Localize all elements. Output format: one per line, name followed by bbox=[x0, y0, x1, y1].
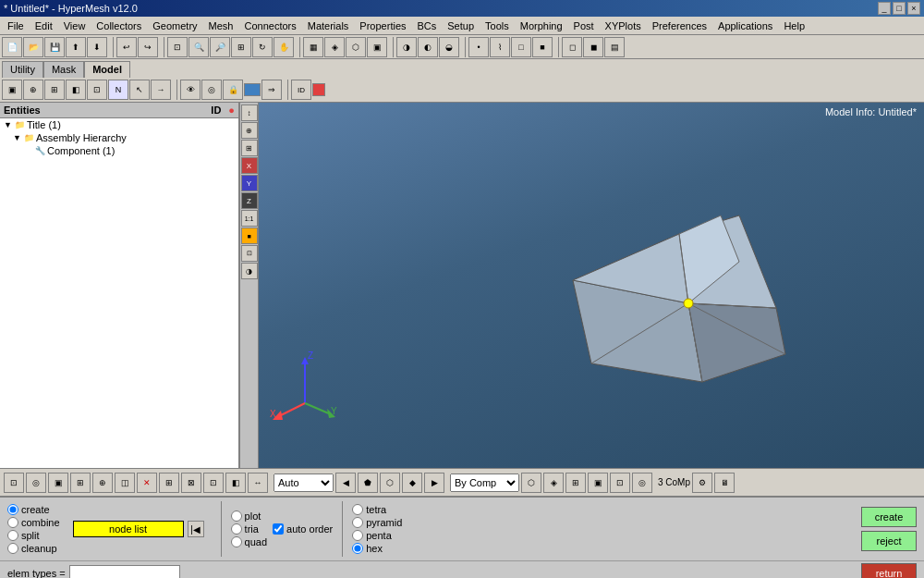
tb-new[interactable]: 📄 bbox=[2, 37, 22, 57]
auto-order-input[interactable] bbox=[273, 523, 284, 535]
tb-display2[interactable]: ◐ bbox=[418, 37, 438, 57]
radio-hex[interactable]: hex bbox=[352, 543, 402, 554]
bt-select1[interactable]: ⊡ bbox=[4, 473, 24, 493]
menu-morphing[interactable]: Morphing bbox=[515, 18, 568, 33]
radio-tetra-input[interactable] bbox=[352, 504, 363, 515]
auto-order-check[interactable]: auto order bbox=[273, 523, 333, 535]
vp-btn-obj[interactable]: ■ bbox=[241, 228, 258, 244]
tree-item-assembly[interactable]: ▼ 📁 Assembly Hierarchy bbox=[0, 131, 238, 144]
radio-combine-input[interactable] bbox=[7, 517, 18, 528]
vp-btn-grid[interactable]: ⊡ bbox=[241, 245, 258, 262]
tb-zoom-in[interactable]: 🔍 bbox=[188, 37, 209, 57]
tb2-arrow2[interactable]: ⇒ bbox=[261, 80, 282, 100]
menu-view[interactable]: View bbox=[58, 18, 91, 33]
viewport[interactable]: ↕ ⊕ ⊞ X Y Z 1:1 ■ ⊡ ◑ Model Info: Untitl… bbox=[240, 103, 924, 468]
tb-redo[interactable]: ↪ bbox=[138, 37, 158, 57]
bt-mesh2[interactable]: ⊞ bbox=[70, 473, 91, 493]
bt-mesh1[interactable]: ▣ bbox=[48, 473, 68, 493]
tb2-3[interactable]: ⊞ bbox=[44, 80, 65, 100]
bt-3d1[interactable]: ⬡ bbox=[521, 473, 541, 493]
bycomp-dropdown[interactable]: By Comp bbox=[450, 473, 519, 492]
tb-edge[interactable]: ⌇ bbox=[490, 37, 510, 57]
bt-mesh8[interactable]: ◧ bbox=[225, 473, 246, 493]
tb-render2[interactable]: ◼ bbox=[583, 37, 603, 57]
tb-display3[interactable]: ◒ bbox=[439, 37, 459, 57]
tb-import[interactable]: ⬆ bbox=[66, 37, 86, 57]
radio-tria-input[interactable] bbox=[231, 523, 242, 535]
menu-edit[interactable]: Edit bbox=[30, 18, 58, 33]
bt-settings[interactable]: ⚙ bbox=[692, 473, 712, 493]
auto-dropdown[interactable]: Auto bbox=[274, 473, 334, 492]
bt-shape2[interactable]: ⬡ bbox=[380, 473, 400, 493]
radio-create-input[interactable] bbox=[7, 504, 18, 515]
radio-penta[interactable]: penta bbox=[352, 530, 402, 541]
tb2-4[interactable]: ◧ bbox=[66, 80, 86, 100]
tb-mesh3[interactable]: ⬡ bbox=[346, 37, 366, 57]
create-button[interactable]: create bbox=[861, 507, 917, 527]
bt-mesh6[interactable]: ⊠ bbox=[181, 473, 201, 493]
radio-cleanup[interactable]: cleanup bbox=[7, 543, 60, 554]
tb-mesh4[interactable]: ▣ bbox=[367, 37, 387, 57]
bt-arrow1[interactable]: ◀ bbox=[335, 473, 356, 493]
menu-applications[interactable]: Applications bbox=[712, 18, 778, 33]
node-list-box[interactable]: node list bbox=[73, 521, 184, 537]
vp-btn-1[interactable]: ↕ bbox=[241, 105, 258, 121]
radio-tria[interactable]: tria bbox=[231, 523, 267, 535]
tb2-arrow[interactable]: → bbox=[151, 80, 171, 100]
vp-btn-6[interactable]: Z bbox=[241, 192, 258, 209]
tb-mesh1[interactable]: ▦ bbox=[303, 37, 323, 57]
menu-xyplots[interactable]: XYPlots bbox=[600, 18, 647, 33]
bt-delete[interactable]: ✕ bbox=[137, 473, 157, 493]
radio-plot[interactable]: plot bbox=[231, 510, 267, 522]
menu-tools[interactable]: Tools bbox=[480, 18, 515, 33]
radio-cleanup-input[interactable] bbox=[7, 543, 18, 554]
bt-mesh4[interactable]: ◫ bbox=[115, 473, 135, 493]
menu-geometry[interactable]: Geometry bbox=[147, 18, 202, 33]
bt-3d6[interactable]: ◎ bbox=[632, 473, 652, 493]
radio-combine[interactable]: combine bbox=[7, 517, 60, 528]
tb-export[interactable]: ⬇ bbox=[87, 37, 107, 57]
return-button[interactable]: return bbox=[861, 563, 917, 578]
vp-btn-3[interactable]: ⊞ bbox=[241, 140, 258, 156]
tb2-5[interactable]: ⊡ bbox=[87, 80, 107, 100]
tb-display1[interactable]: ◑ bbox=[396, 37, 417, 57]
tb-render1[interactable]: ◻ bbox=[562, 37, 582, 57]
menu-preferences[interactable]: Preferences bbox=[647, 18, 712, 33]
bt-mesh3[interactable]: ⊕ bbox=[92, 473, 113, 493]
tb-undo[interactable]: ↩ bbox=[116, 37, 137, 57]
radio-pyramid[interactable]: pyramid bbox=[352, 517, 402, 528]
vp-btn-num1[interactable]: 1:1 bbox=[241, 210, 258, 227]
tb-save[interactable]: 💾 bbox=[44, 37, 65, 57]
tb-render3[interactable]: ▤ bbox=[604, 37, 625, 57]
vp-btn-2[interactable]: ⊕ bbox=[241, 122, 258, 139]
bt-3d3[interactable]: ⊞ bbox=[565, 473, 586, 493]
bt-3d2[interactable]: ◈ bbox=[543, 473, 564, 493]
tab-utility[interactable]: Utility bbox=[2, 61, 43, 78]
menu-file[interactable]: File bbox=[2, 18, 30, 33]
tree-item-component[interactable]: 🔧 Component (1) bbox=[0, 144, 238, 157]
tb-open[interactable]: 📂 bbox=[23, 37, 43, 57]
radio-penta-input[interactable] bbox=[352, 530, 363, 541]
bt-screen[interactable]: 🖥 bbox=[714, 473, 735, 493]
radio-pyramid-input[interactable] bbox=[352, 517, 363, 528]
tb2-1[interactable]: ▣ bbox=[2, 80, 22, 100]
bt-mesh5[interactable]: ⊞ bbox=[159, 473, 179, 493]
bt-select2[interactable]: ◎ bbox=[26, 473, 46, 493]
menu-bcs[interactable]: BCs bbox=[412, 18, 443, 33]
tb-rotate[interactable]: ↻ bbox=[252, 37, 273, 57]
vp-btn-5[interactable]: Y bbox=[241, 175, 258, 191]
tb-zoom-out[interactable]: 🔎 bbox=[210, 37, 230, 57]
node-list-reset-btn[interactable]: |◀ bbox=[188, 521, 204, 537]
maximize-btn[interactable]: □ bbox=[893, 2, 906, 15]
radio-plot-input[interactable] bbox=[231, 510, 242, 522]
tb-node[interactable]: • bbox=[468, 37, 489, 57]
bt-mesh7[interactable]: ⊡ bbox=[203, 473, 224, 493]
tb2-label2[interactable] bbox=[312, 83, 325, 96]
elem-types-input[interactable] bbox=[69, 565, 180, 578]
vp-btn-4[interactable]: X bbox=[241, 157, 258, 174]
menu-setup[interactable]: Setup bbox=[442, 18, 480, 33]
radio-hex-input[interactable] bbox=[352, 543, 363, 554]
bt-shape3[interactable]: ◆ bbox=[402, 473, 422, 493]
radio-create[interactable]: create bbox=[7, 504, 60, 515]
tb2-2[interactable]: ⊕ bbox=[23, 80, 43, 100]
